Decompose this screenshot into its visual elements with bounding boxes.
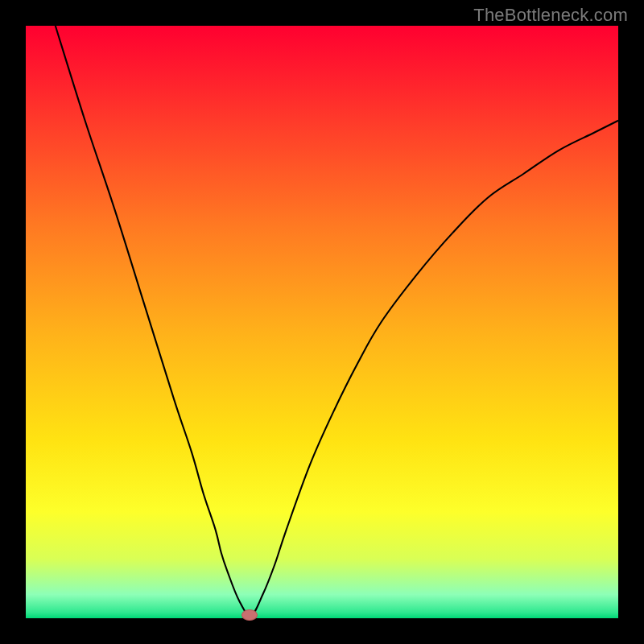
bottleneck-curve [56,26,618,615]
watermark-text: TheBottleneck.com [473,5,628,26]
optimal-point-marker [242,609,258,621]
plot-area [26,26,618,618]
curve-layer [26,26,618,618]
chart-frame: TheBottleneck.com [0,0,644,644]
